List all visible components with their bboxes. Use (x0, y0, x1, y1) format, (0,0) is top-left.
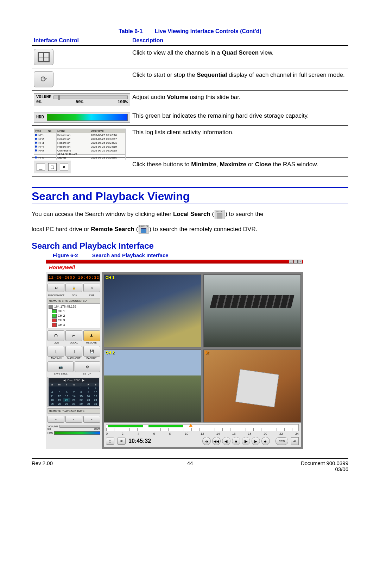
playback-app-window: _ □ × Honeywell 12-20-2005 10:45:32 ⏻ 🔒 … (46, 260, 303, 449)
log-row: INF1Record on2005-06-25 09:42:16 (34, 133, 126, 137)
mark-in-button[interactable]: ⟦ (48, 346, 64, 357)
app-minimize-button[interactable]: _ (289, 260, 293, 264)
volume-thumb[interactable] (58, 95, 60, 100)
th-description: Description (132, 37, 348, 44)
volume-track[interactable] (53, 95, 128, 99)
camera-ch1[interactable]: CH 1 (104, 274, 201, 347)
maximize-button[interactable]: ▢ (48, 163, 57, 171)
playback-bar: 024681012141618202224 ▢ ⊞ 10:45:32 ⏮ ◀◀ … (104, 422, 301, 447)
window-buttons: ▁ ▢ ✕ (34, 161, 71, 173)
all-button[interactable]: All (291, 437, 299, 445)
row-window-buttons: ▁ ▢ ✕ Click these buttons to Minimize, M… (32, 158, 348, 176)
network-icon: 🖧 (90, 334, 94, 338)
maximize-icon: ▢ (50, 165, 54, 169)
quad-view-button[interactable]: ⊞ (117, 438, 126, 445)
row-hdd: HDD This green bar indicates the remaini… (32, 109, 348, 126)
rate-up-button[interactable]: ▴ (83, 416, 100, 423)
gear-icon: ⚙ (86, 365, 89, 369)
minimize-icon: ▁ (39, 165, 42, 169)
hdd-label: HDD (36, 115, 44, 120)
skip-back-button[interactable]: ⏮ (202, 437, 211, 445)
local-mode-button[interactable]: 🗀 (65, 330, 82, 341)
ccd-button[interactable]: CCD (276, 437, 288, 445)
camera-icon (52, 318, 57, 322)
exit-button[interactable]: ⎋ (83, 284, 100, 292)
tree-header: REMOTE SITE CONNECTED (48, 298, 100, 303)
tree-ch2[interactable]: CH 2 (49, 314, 99, 318)
tree-ch1[interactable]: CH 1 (49, 309, 99, 314)
stop-button[interactable]: ■ (232, 437, 240, 445)
cal-next-button[interactable]: ▶ (82, 379, 84, 382)
timeline-cursor[interactable] (189, 424, 192, 427)
rewind-button[interactable]: ◀◀ (212, 437, 221, 445)
disconnect-button[interactable]: ⏻ (48, 284, 64, 292)
volume-label: VOLUME (36, 95, 51, 100)
row-log: Type No Event Date/Time INF1Record on200… (32, 126, 348, 158)
volume-0: 0% (36, 100, 41, 105)
rate-mid-button[interactable]: • (65, 416, 82, 423)
sequential-button[interactable]: ⟳ (34, 71, 53, 87)
single-view-button[interactable]: ▢ (106, 438, 114, 445)
table-caption-title: Live Viewing Interface Controls (Cont'd) (155, 28, 261, 34)
footer-doc: Document 900.0399 (243, 460, 348, 466)
log-row: INF5Connect to 164.178.45.1392005-06-25 … (34, 149, 126, 156)
app-maximize-button[interactable]: □ (293, 260, 298, 264)
desc-sequential: Click to start or stop the Sequential di… (130, 70, 348, 88)
quad-screen-button[interactable] (34, 49, 53, 65)
refresh-icon: ⟳ (40, 75, 47, 84)
desc-quad: Click to view all the channels in a Quad… (130, 48, 348, 66)
minimize-button[interactable]: ▁ (37, 163, 45, 171)
hdd-indicator: HDD (34, 112, 130, 123)
lock-button[interactable]: 🔒 (65, 284, 82, 292)
desc-log: This log lists client activity informati… (130, 128, 348, 155)
sidebar-volume[interactable]: VOLUME (48, 425, 100, 428)
app-close-button[interactable]: × (298, 260, 302, 264)
heading-search-playback-interface: Search and Playback Interface (32, 241, 348, 251)
top-button-labels: DISCONNECTLOCKEXIT (48, 294, 100, 297)
play-button[interactable]: ▶ (252, 437, 260, 445)
rate-down-button[interactable]: ▾ (48, 416, 64, 423)
tree-site[interactable]: 164.178.45.139 (49, 304, 99, 309)
setup-button[interactable]: ⚙ (75, 361, 101, 372)
log-header: Type No Event Date/Time (34, 129, 126, 133)
volume-slider[interactable]: VOLUME 0% 50% 100% (34, 93, 130, 106)
calendar-grid[interactable]: SMTWTFS 123 45678910 11121314151617 1819… (49, 383, 99, 406)
save-still-button[interactable]: 📷 (48, 361, 74, 372)
desc-volume: Adjust audio Volume using this slide bar… (130, 93, 348, 107)
camera-ch4[interactable]: St (203, 349, 301, 422)
remote-mode-button[interactable]: 🖧 (83, 330, 100, 341)
timeline[interactable] (106, 424, 299, 431)
remote-search-icon[interactable]: REMOTE (139, 225, 148, 234)
video-viewer: CH 1 CH 2 St 024681012141618202224 (102, 272, 303, 449)
tree-ch3[interactable]: CH 3 (49, 318, 99, 323)
folder-icon: 🗀 (72, 334, 76, 338)
app-sidebar: 12-20-2005 10:45:32 ⏻ 🔒 ⎋ DISCONNECTLOCK… (46, 272, 102, 449)
intro-paragraph-2: local PC hard drive or Remote Search (RE… (32, 225, 348, 234)
backup-button[interactable]: 💾 (83, 346, 100, 357)
row-sequential: ⟳ Click to start or stop the Sequential … (32, 68, 348, 91)
app-titlebar: _ □ × (46, 260, 303, 264)
close-button[interactable]: ✕ (60, 163, 68, 171)
live-mode-button[interactable]: 🖵 (48, 330, 64, 341)
brand-logo: Honeywell (49, 264, 75, 270)
calendar[interactable]: ◀ Dec, 2005 ▶ SMTWTFS 123 45678910 11121… (48, 377, 100, 407)
step-fwd-button[interactable]: |▶ (242, 437, 250, 445)
controls-table: Click to view all the channels in a Quad… (32, 45, 348, 177)
step-back-button[interactable]: ◀| (222, 437, 230, 445)
sidebar-hdd: HDD (48, 431, 100, 435)
desc-window-buttons: Click these buttons to Minimize, Maximiz… (130, 160, 348, 174)
intro-paragraph-1: You can access the Search window by clic… (32, 210, 348, 219)
tree-ch4[interactable]: CH 4 (49, 323, 99, 327)
site-tree[interactable]: 164.178.45.139 CH 1 CH 2 CH 3 CH 4 (48, 303, 100, 328)
hdd-bar (47, 114, 128, 121)
cal-prev-button[interactable]: ◀ (63, 379, 65, 382)
local-search-icon[interactable]: LOCAL (215, 210, 224, 219)
figure-caption: Figure 6-2 Search and Playback Interface (53, 252, 348, 258)
row-quad: Click to view all the channels in a Quad… (32, 46, 348, 68)
activity-log[interactable]: Type No Event Date/Time INF1Record on200… (34, 129, 126, 155)
playback-timecode: 10:45:32 (128, 438, 151, 444)
mark-out-button[interactable]: ⟧ (65, 346, 82, 357)
camera-ch3[interactable]: CH 2 (104, 349, 201, 422)
skip-fwd-button[interactable]: ⏭ (261, 437, 270, 445)
camera-ch2[interactable] (203, 274, 301, 347)
